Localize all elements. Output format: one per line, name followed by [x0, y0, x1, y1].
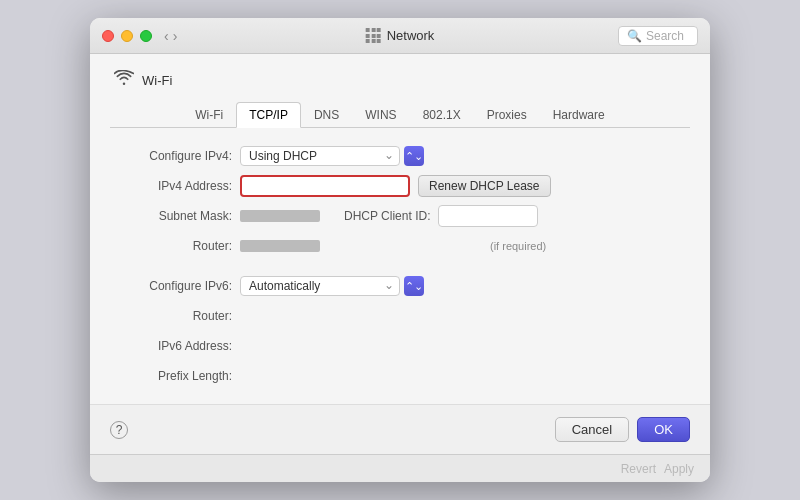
router6-row: Router:: [110, 304, 690, 328]
tab-tcpip[interactable]: TCP/IP: [236, 102, 301, 128]
router-row: Router: (if required): [110, 234, 690, 258]
tabs-bar: Wi-Fi TCP/IP DNS WINS 802.1X Proxies Har…: [110, 102, 690, 128]
dhcp-client-id-section: DHCP Client ID:: [344, 205, 538, 227]
wifi-icon: [114, 70, 134, 90]
traffic-lights: [102, 30, 152, 42]
nav-arrows: ‹ ›: [164, 28, 177, 44]
dhcp-client-id-label: DHCP Client ID:: [344, 209, 430, 223]
ok-button[interactable]: OK: [637, 417, 690, 442]
footer-buttons: Cancel OK: [555, 417, 690, 442]
tab-wifi[interactable]: Wi-Fi: [182, 102, 236, 128]
subnet-mask-value: [240, 210, 320, 222]
subnet-mask-label: Subnet Mask:: [110, 209, 240, 223]
configure-ipv6-label: Configure IPv6:: [110, 279, 240, 293]
ipv4-section: Configure IPv4: Using DHCP ⌃⌄ IPv4 Addre…: [110, 144, 690, 258]
prefix-length-label: Prefix Length:: [110, 369, 240, 383]
network-preferences-window: ‹ › Network 🔍 Search: [90, 18, 710, 482]
prefix-length-row: Prefix Length:: [110, 364, 690, 388]
wifi-header: Wi-Fi: [110, 70, 690, 90]
search-icon: 🔍: [627, 29, 642, 43]
configure-ipv6-select[interactable]: Automatically: [240, 276, 400, 296]
grid-icon: [366, 28, 381, 43]
bottom-bar: Revert Apply: [90, 454, 710, 482]
forward-arrow-icon[interactable]: ›: [173, 28, 178, 44]
title-bar: ‹ › Network 🔍 Search: [90, 18, 710, 54]
configure-ipv6-select-wrapper[interactable]: Automatically: [240, 276, 400, 296]
router-label: Router:: [110, 239, 240, 253]
back-arrow-icon[interactable]: ‹: [164, 28, 169, 44]
tab-hardware[interactable]: Hardware: [540, 102, 618, 128]
tab-8021x[interactable]: 802.1X: [410, 102, 474, 128]
window-title: Network: [387, 28, 435, 43]
revert-button[interactable]: Revert: [621, 462, 656, 476]
minimize-button[interactable]: [121, 30, 133, 42]
search-placeholder: Search: [646, 29, 684, 43]
subnet-mask-row: Subnet Mask: DHCP Client ID:: [110, 204, 690, 228]
configure-ipv4-select[interactable]: Using DHCP: [240, 146, 400, 166]
tab-proxies[interactable]: Proxies: [474, 102, 540, 128]
router-value: [240, 240, 320, 252]
if-required-label: (if required): [490, 240, 546, 252]
ipv6-address-label: IPv6 Address:: [110, 339, 240, 353]
configure-ipv4-row: Configure IPv4: Using DHCP ⌃⌄: [110, 144, 690, 168]
router6-label: Router:: [110, 309, 240, 323]
ipv4-address-label: IPv4 Address:: [110, 179, 240, 193]
ipv6-address-row: IPv6 Address:: [110, 334, 690, 358]
content-area: Wi-Fi Wi-Fi TCP/IP DNS WINS 802.1X Proxi…: [90, 54, 710, 388]
configure-ipv6-arrow-btn[interactable]: ⌃⌄: [404, 276, 424, 296]
dhcp-client-id-input[interactable]: [438, 205, 538, 227]
ipv6-section: Configure IPv6: Automatically ⌃⌄ Router:…: [110, 274, 690, 388]
tab-wins[interactable]: WINS: [352, 102, 409, 128]
wifi-label: Wi-Fi: [142, 73, 172, 88]
configure-ipv4-label: Configure IPv4:: [110, 149, 240, 163]
close-button[interactable]: [102, 30, 114, 42]
help-button[interactable]: ?: [110, 421, 128, 439]
cancel-button[interactable]: Cancel: [555, 417, 629, 442]
search-box[interactable]: 🔍 Search: [618, 26, 698, 46]
apply-button[interactable]: Apply: [664, 462, 694, 476]
configure-ipv6-row: Configure IPv6: Automatically ⌃⌄: [110, 274, 690, 298]
ipv4-address-input[interactable]: [240, 175, 410, 197]
ipv4-address-row: IPv4 Address: Renew DHCP Lease: [110, 174, 690, 198]
renew-dhcp-button[interactable]: Renew DHCP Lease: [418, 175, 551, 197]
title-bar-content: Network: [366, 28, 435, 43]
configure-ipv4-arrow-btn[interactable]: ⌃⌄: [404, 146, 424, 166]
tab-dns[interactable]: DNS: [301, 102, 352, 128]
maximize-button[interactable]: [140, 30, 152, 42]
footer: ? Cancel OK: [90, 404, 710, 454]
configure-ipv4-select-wrapper[interactable]: Using DHCP: [240, 146, 400, 166]
